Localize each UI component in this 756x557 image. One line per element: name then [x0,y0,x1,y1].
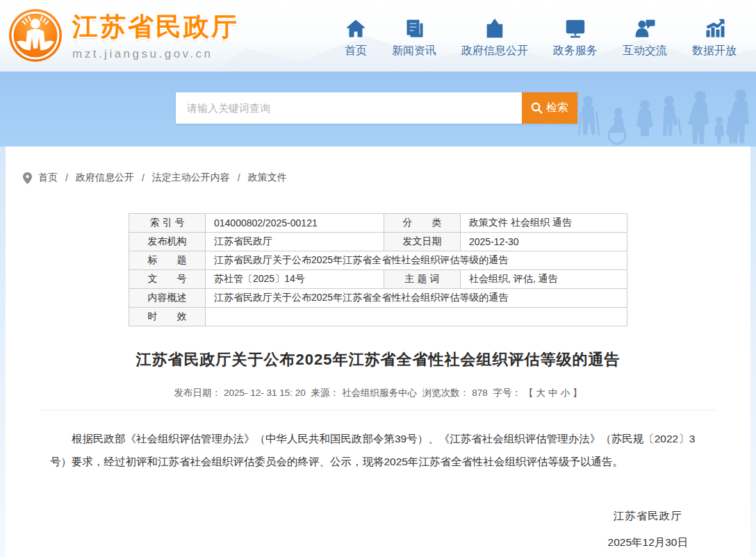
location-pin-icon [23,172,32,184]
table-row: 文 号 苏社管〔2025〕14号 主 题 词 社会组织, 评估, 通告 [129,270,627,289]
doc-number-value: 苏社管〔2025〕14号 [206,270,384,289]
doc-number-label: 文 号 [129,270,206,289]
nav-label: 互动交流 [623,44,667,58]
nav-item-interaction[interactable]: 互动交流 [623,18,667,58]
category-value: 政策文件 社会组织 通告 [461,214,627,233]
validity-value [206,308,627,326]
font-size-bracket: 】 [573,388,582,398]
table-row: 内容概述 江苏省民政厅关于公布2025年江苏省全省性社会组织评估等级的通告 [129,289,627,308]
article-body-paragraph: 根据民政部《社会组织评估管理办法》（中华人民共和国民政部令第39号）、《江苏省社… [50,427,710,474]
index-number-value: 014000802/2025-00121 [206,214,384,233]
people-silhouettes-graphic [575,77,756,147]
breadcrumb-item-policy-files[interactable]: 政策文件 [248,172,287,184]
views-label: 浏览次数： [422,388,470,398]
source-value: 社会组织服务中心 [342,388,417,398]
nav-item-info-disclosure[interactable]: 政府信息公开 [461,18,528,58]
issue-date-value: 2025-12-30 [461,233,627,251]
nav-label: 数据开放 [692,44,737,58]
table-row: 索 引 号 014000802/2025-00121 分 类 政策文件 社会组织… [129,214,627,233]
table-row: 时 效 [129,308,627,326]
font-size-small-button[interactable]: 小 [561,388,570,398]
site-header: 江苏省民政厅 mzt.jiangsu.gov.cn 首页 新闻资讯 政府信息公开 [0,0,756,72]
breadcrumb-item-statutory-content[interactable]: 法定主动公开内容 [152,172,230,184]
nav-label: 首页 [345,44,367,58]
source-label: 来源： [311,388,340,398]
site-logo[interactable]: 江苏省民政厅 mzt.jiangsu.gov.cn [8,8,239,63]
doc-title-label: 标 题 [129,251,206,270]
summary-label: 内容概述 [129,289,206,308]
site-url: mzt.jiangsu.gov.cn [72,47,239,61]
issue-date-label: 发文日期 [384,233,461,251]
data-chart-icon [704,18,725,39]
search-button[interactable]: 检索 [522,92,577,124]
breadcrumb-item-info-disclosure[interactable]: 政府信息公开 [76,172,134,184]
table-row: 发布机构 江苏省民政厅 发文日期 2025-12-30 [129,233,627,251]
breadcrumb-separator: / [65,172,68,183]
nav-item-data[interactable]: 数据开放 [692,18,737,58]
signature-block: 江苏省民政厅 2025年12月30日 [608,509,688,550]
keywords-label: 主 题 词 [384,270,461,289]
font-size-large-button[interactable]: 大 [536,388,546,398]
signature-date: 2025年12月30日 [608,535,688,550]
nav-item-home[interactable]: 首页 [345,18,367,58]
font-size-label: 字号： [493,388,522,398]
font-size-medium-button[interactable]: 中 [548,388,558,398]
signature-org: 江苏省民政厅 [608,509,688,524]
keywords-value: 社会组织, 评估, 通告 [461,270,627,289]
news-icon [404,18,425,39]
summary-value: 江苏省民政厅关于公布2025年江苏省全省性社会组织评估等级的通告 [206,289,627,308]
content-card: 首页 / 政府信息公开 / 法定主动公开内容 / 政策文件 索 引 号 0140… [6,147,750,557]
publish-date-value: 2025- 12- 31 15: 20 [224,388,306,398]
breadcrumb-item-home[interactable]: 首页 [38,172,58,184]
nav-item-news[interactable]: 新闻资讯 [392,18,436,58]
page-title: 江苏省民政厅关于公布2025年江苏省全省性社会组织评估等级的通告 [6,349,750,370]
interaction-icon [634,18,655,39]
views-value: 878 [472,388,488,398]
banner: 检索 [0,72,756,147]
index-number-label: 索 引 号 [129,214,206,233]
breadcrumb-separator: / [238,172,240,183]
home-icon [345,18,366,39]
search-input[interactable] [176,92,522,124]
search-icon [531,102,543,114]
nav-label: 政务服务 [553,44,598,58]
publish-date-label: 发布日期： [174,388,221,398]
main-nav: 首页 新闻资讯 政府信息公开 政务服务 [345,18,737,58]
search-bar: 检索 [176,92,577,124]
breadcrumb-separator: / [142,172,145,183]
meta-divider [40,410,716,410]
publisher-value: 江苏省民政厅 [206,233,384,251]
civil-affairs-logo-icon [8,8,63,63]
font-size-bracket: 【 [524,388,534,398]
nav-label: 新闻资讯 [392,44,436,58]
doc-title-value: 江苏省民政厅关于公布2025年江苏省全省性社会组织评估等级的通告 [206,251,627,270]
validity-label: 时 效 [129,308,206,326]
category-label: 分 类 [384,214,461,233]
breadcrumb: 首页 / 政府信息公开 / 法定主动公开内容 / 政策文件 [6,147,750,184]
document-meta-table: 索 引 号 014000802/2025-00121 分 类 政策文件 社会组织… [129,213,627,326]
site-title: 江苏省民政厅 [72,10,239,44]
search-button-label: 检索 [546,101,568,115]
article-meta-line: 发布日期：2025- 12- 31 15: 20 来源：社会组织服务中心 浏览次… [6,387,750,399]
nav-label: 政府信息公开 [461,44,528,58]
publisher-label: 发布机构 [129,233,206,251]
info-disclosure-icon [484,18,505,39]
services-monitor-icon [565,18,586,39]
nav-item-services[interactable]: 政务服务 [553,18,598,58]
table-row: 标 题 江苏省民政厅关于公布2025年江苏省全省性社会组织评估等级的通告 [129,251,627,270]
